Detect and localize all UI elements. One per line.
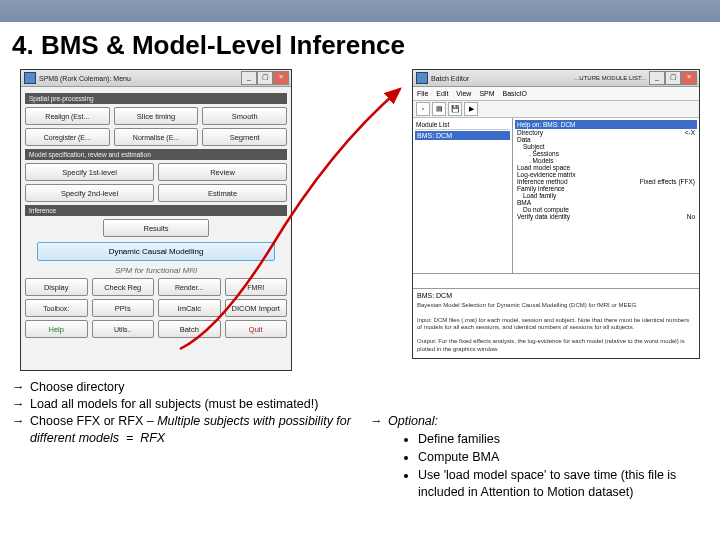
instr-choose-dir: Choose directory (30, 379, 362, 396)
menu-spm[interactable]: SPM (479, 90, 494, 97)
menu-view[interactable]: View (456, 90, 471, 97)
app-icon (416, 72, 428, 84)
coregister-button[interactable]: Coregister (E... (25, 128, 110, 146)
param-sessions[interactable]: . Sessions (529, 150, 559, 157)
param-family-inference[interactable]: Family inference (517, 185, 565, 192)
sep-title: ...UTURE MODULE LIST... (574, 75, 646, 81)
section-preprocessing: Spatial pre-processing (25, 93, 287, 104)
current-item-pane (413, 273, 699, 289)
normalise-button[interactable]: Normalise (E... (114, 128, 199, 146)
param-directory[interactable]: Directory (517, 129, 543, 136)
menu-bar: File Edit View SPM BasicIO (413, 87, 699, 101)
open-icon[interactable]: ▤ (432, 102, 446, 116)
specify-2nd-button[interactable]: Specify 2nd-level (25, 184, 154, 202)
dcm-button[interactable]: Dynamic Causal Modelling (37, 242, 275, 261)
batch-editor-window: Batch Editor ...UTURE MODULE LIST... _ ▢… (412, 69, 700, 359)
run-icon[interactable]: ▶ (464, 102, 478, 116)
dicom-button[interactable]: DICOM Import (225, 299, 288, 317)
results-button[interactable]: Results (103, 219, 210, 237)
param-do-not-compute[interactable]: Do not compute (523, 206, 569, 213)
module-bms-dcm[interactable]: BMS: DCM (415, 131, 510, 140)
module-params-pane: Help on: BMS: DCM Directory<-X Data Subj… (513, 118, 699, 273)
menu-edit[interactable]: Edit (436, 90, 448, 97)
instructions-right: →Optional: Define families Compute BMA U… (370, 413, 700, 501)
header-bar (0, 0, 720, 22)
param-log-evidence[interactable]: Log-evidence matrix (517, 171, 576, 178)
realign-button[interactable]: Realign (Est... (25, 107, 110, 125)
help-text-2: Input: DCM files (.mat) for each model, … (417, 317, 695, 331)
module-list-pane: Module List BMS: DCM (413, 118, 513, 273)
fmri-select[interactable]: FMRI (225, 278, 288, 296)
imcalc-button[interactable]: ImCalc (158, 299, 221, 317)
slide-title: 4. BMS & Model-Level Inference (0, 22, 720, 69)
window-titlebar: SPM8 (Rork Coleman): Menu _ ▢ × (21, 70, 291, 87)
spm-body: Spatial pre-processing Realign (Est... S… (21, 87, 291, 345)
utils-button[interactable]: Utils.. (92, 320, 155, 338)
param-verify-data[interactable]: Verify data identity (517, 213, 570, 220)
param-models[interactable]: . Models (529, 157, 554, 164)
param-subject[interactable]: Subject (523, 143, 545, 150)
window-title: SPM8 (Rork Coleman): Menu (39, 75, 131, 82)
app-icon (24, 72, 36, 84)
close-button[interactable]: × (681, 71, 697, 85)
batch-button[interactable]: Batch (158, 320, 221, 338)
save-icon[interactable]: 💾 (448, 102, 462, 116)
tool-bar: ▫ ▤ 💾 ▶ (413, 101, 699, 118)
maximize-button[interactable]: ▢ (257, 71, 273, 85)
minimize-button[interactable]: _ (241, 71, 257, 85)
opt-define-families: Define families (418, 431, 700, 448)
instructions-left: →Choose directory →Load all models for a… (12, 379, 362, 447)
review-button[interactable]: Review (158, 163, 287, 181)
render-button[interactable]: Render... (158, 278, 221, 296)
param-load-family[interactable]: Load family (523, 192, 556, 199)
opt-load-model-space: Use 'load model space' to save time (thi… (418, 467, 700, 501)
help-button[interactable]: Help (25, 320, 88, 338)
toolbox-select[interactable]: Toolbox: (25, 299, 88, 317)
instr-optional-head: Optional: (388, 413, 700, 430)
maximize-button[interactable]: ▢ (665, 71, 681, 85)
slice-timing-button[interactable]: Slice timing (114, 107, 199, 125)
help-text-1: Bayesian Model Selection for Dynamic Cau… (417, 302, 695, 309)
param-inference-method[interactable]: Inference method (517, 178, 568, 185)
param-data[interactable]: Data (517, 136, 531, 143)
section-inference: Inference (25, 205, 287, 216)
ppis-button[interactable]: PPIs (92, 299, 155, 317)
spm-menu-window: SPM8 (Rork Coleman): Menu _ ▢ × Spatial … (20, 69, 292, 371)
menu-basicio[interactable]: BasicIO (503, 90, 528, 97)
opt-compute-bma: Compute BMA (418, 449, 700, 466)
help-title: BMS: DCM (417, 292, 695, 300)
module-list-header: Module List (415, 120, 510, 130)
help-text-3: Output: For the fixed effects analysis, … (417, 338, 695, 352)
help-pane: BMS: DCM Bayesian Model Selection for Dy… (413, 289, 699, 356)
display-button[interactable]: Display (25, 278, 88, 296)
specify-1st-button[interactable]: Specify 1st-level (25, 163, 154, 181)
spm-mode-label: SPM for functional MRI (25, 266, 287, 275)
menu-file[interactable]: File (417, 90, 428, 97)
quit-button[interactable]: Quit (225, 320, 288, 338)
param-load-model-space[interactable]: Load model space (517, 164, 570, 171)
instr-load-models: Load all models for all subjects (must b… (30, 396, 362, 413)
close-button[interactable]: × (273, 71, 289, 85)
segment-button[interactable]: Segment (202, 128, 287, 146)
minimize-button[interactable]: _ (649, 71, 665, 85)
param-bma[interactable]: BMA (517, 199, 531, 206)
params-header: Help on: BMS: DCM (515, 120, 697, 129)
check-reg-button[interactable]: Check Reg (92, 278, 155, 296)
estimate-button[interactable]: Estimate (158, 184, 287, 202)
window-controls: _ ▢ × (241, 71, 289, 85)
batch-window-title: Batch Editor (431, 75, 469, 82)
content-area: SPM8 (Rork Coleman): Menu _ ▢ × Spatial … (0, 69, 720, 509)
smooth-button[interactable]: Smooth (202, 107, 287, 125)
section-model: Model specification, review and estimati… (25, 149, 287, 160)
batch-titlebar: Batch Editor ...UTURE MODULE LIST... _ ▢… (413, 70, 699, 87)
new-icon[interactable]: ▫ (416, 102, 430, 116)
instr-choose-ffx-rfx: Choose FFX or RFX – Multiple subjects wi… (30, 413, 362, 447)
